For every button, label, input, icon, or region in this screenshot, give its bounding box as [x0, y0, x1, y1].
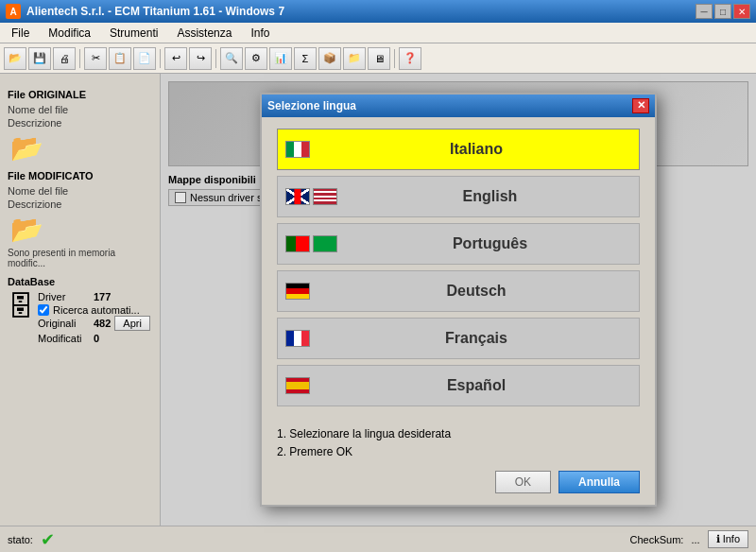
portugues-label: Português	[349, 235, 631, 252]
flag-es	[285, 377, 310, 394]
left-panel: File ORIGINALE Nome del file Descrizione…	[0, 74, 161, 526]
modal-overlay: Selezione lingua ✕ Italiano	[161, 74, 756, 526]
espanol-label: Español	[321, 377, 631, 394]
info-button[interactable]: ℹ Info	[708, 530, 748, 548]
francais-flags	[285, 330, 310, 347]
toolbar-btn-help[interactable]: ❓	[399, 47, 421, 70]
minimize-button[interactable]: ─	[696, 4, 713, 19]
deutsch-label: Deutsch	[321, 283, 631, 300]
lang-item-espanol[interactable]: Español	[277, 365, 640, 406]
toolbar-sep-2	[160, 49, 161, 68]
flag-us	[313, 188, 337, 205]
toolbar-btn-settings[interactable]: ⚙	[245, 47, 267, 70]
originali-row: Originali 482 Apri	[38, 316, 150, 331]
flag-gb	[285, 188, 310, 205]
toolbar-btn-save[interactable]: 💾	[28, 47, 51, 70]
modificati-value: 0	[94, 333, 99, 344]
driver-value: 177	[94, 291, 111, 302]
red-folder-icon: 📂	[10, 214, 43, 245]
title-bar: A Alientech S.r.l. - ECM Titanium 1.61 -…	[0, 0, 756, 23]
instruction-1: 1. Selezionare la lingua desiderata	[277, 425, 640, 443]
instruction-2: 2. Premere OK	[277, 443, 640, 461]
lang-item-francais[interactable]: Français	[277, 318, 640, 359]
english-flags	[285, 188, 337, 205]
stato-label: stato:	[8, 534, 33, 545]
modified-desc-label: Descrizione	[8, 198, 152, 210]
toolbar-sep-1	[79, 49, 80, 68]
toolbar-btn-package[interactable]: 📦	[318, 47, 341, 70]
modified-folder-icon: 📂	[8, 214, 45, 244]
toolbar-btn-search[interactable]: 🔍	[220, 47, 243, 70]
database-area: DataBase 🗄 Driver 177 Ricerca automati..…	[8, 276, 152, 346]
database-icon: 🗄	[8, 291, 34, 322]
language-dialog: Selezione lingua ✕ Italiano	[260, 93, 657, 507]
toolbar-btn-chart[interactable]: 📊	[269, 47, 292, 70]
status-left: stato: ✔	[8, 529, 55, 550]
main-area: File ORIGINALE Nome del file Descrizione…	[0, 74, 756, 526]
original-folder-icon: 📂	[8, 132, 45, 163]
english-label: English	[349, 188, 631, 205]
ok-button[interactable]: OK	[495, 471, 551, 493]
modal-body: Italiano English	[262, 117, 655, 418]
modal-buttons: OK Annulla	[277, 471, 640, 493]
toolbar-btn-redo[interactable]: ↪	[189, 47, 212, 70]
menu-info[interactable]: Info	[243, 25, 277, 42]
francais-label: Français	[321, 330, 631, 347]
checksum-value: ...	[691, 534, 699, 545]
language-list: Italiano English	[277, 129, 640, 406]
driver-row: Driver 177	[38, 291, 150, 302]
modificati-label: Modificati	[38, 333, 90, 344]
ricerca-row: Ricerca automati...	[38, 304, 150, 316]
status-bar: stato: ✔ CheckSum: ... ℹ Info	[0, 526, 756, 552]
portugues-flags	[285, 235, 337, 252]
toolbar-btn-undo[interactable]: ↩	[164, 47, 187, 70]
toolbar-btn-cut[interactable]: ✂	[84, 47, 107, 70]
flag-br	[313, 235, 337, 252]
toolbar-btn-monitor[interactable]: 🖥	[368, 47, 390, 70]
modal-title: Selezione lingua	[267, 99, 356, 112]
originali-label: Originali	[38, 318, 90, 329]
toolbar: 📂 💾 🖨 ✂ 📋 📄 ↩ ↪ 🔍 ⚙ 📊 Σ 📦 📁 🖥 ❓	[0, 43, 756, 74]
right-panel: ECM Mappe disponibili Nessun driver sele…	[161, 74, 756, 526]
lang-item-deutsch[interactable]: Deutsch	[277, 270, 640, 312]
originali-value: 482	[94, 318, 111, 329]
flag-it	[285, 141, 310, 158]
lang-item-english[interactable]: English	[277, 176, 640, 217]
original-nome-label: Nome del file	[8, 104, 152, 115]
toolbar-btn-paste[interactable]: 📋	[109, 47, 131, 70]
menu-modifica[interactable]: Modifica	[41, 25, 98, 42]
window-title: Alientech S.r.l. - ECM Titanium 1.61 - W…	[26, 5, 284, 18]
modal-title-bar: Selezione lingua ✕	[262, 95, 655, 117]
flag-pt	[285, 235, 310, 252]
italiano-flags	[285, 141, 310, 158]
toolbar-btn-folder[interactable]: 📁	[343, 47, 366, 70]
toolbar-btn-open[interactable]: 📂	[4, 47, 26, 70]
toolbar-btn-print[interactable]: 🖨	[53, 47, 76, 70]
toolbar-sep-3	[215, 49, 216, 68]
maximize-button[interactable]: □	[714, 4, 731, 19]
driver-label: Driver	[38, 291, 90, 302]
menu-assistenza[interactable]: Assistenza	[169, 25, 239, 42]
deutsch-flags	[285, 283, 310, 300]
original-desc-label: Descrizione	[8, 117, 152, 129]
modal-close-button[interactable]: ✕	[632, 98, 649, 113]
menu-file[interactable]: File	[4, 25, 37, 42]
menu-strumenti[interactable]: Strumenti	[102, 25, 165, 42]
close-button[interactable]: ✕	[733, 4, 750, 19]
status-check-icon: ✔	[41, 529, 55, 550]
toolbar-btn-new[interactable]: 📄	[133, 47, 156, 70]
lang-item-italiano[interactable]: Italiano	[277, 129, 640, 170]
ricerca-checkbox[interactable]	[38, 304, 49, 316]
italiano-label: Italiano	[321, 141, 631, 158]
modificati-row: Modificati 0	[38, 333, 150, 344]
annulla-button[interactable]: Annulla	[558, 471, 640, 493]
status-right: CheckSum: ... ℹ Info	[630, 530, 748, 548]
modified-nome-label: Nome del file	[8, 185, 152, 197]
apri-button[interactable]: Apri	[114, 316, 150, 331]
checksum-label: CheckSum:	[630, 534, 684, 545]
window-controls: ─ □ ✕	[696, 4, 750, 19]
toolbar-btn-sigma[interactable]: Σ	[294, 47, 317, 70]
toolbar-sep-4	[394, 49, 395, 68]
lang-item-portugues[interactable]: Português	[277, 223, 640, 265]
modal-instructions: 1. Selezionare la lingua desiderata 2. P…	[277, 425, 640, 461]
